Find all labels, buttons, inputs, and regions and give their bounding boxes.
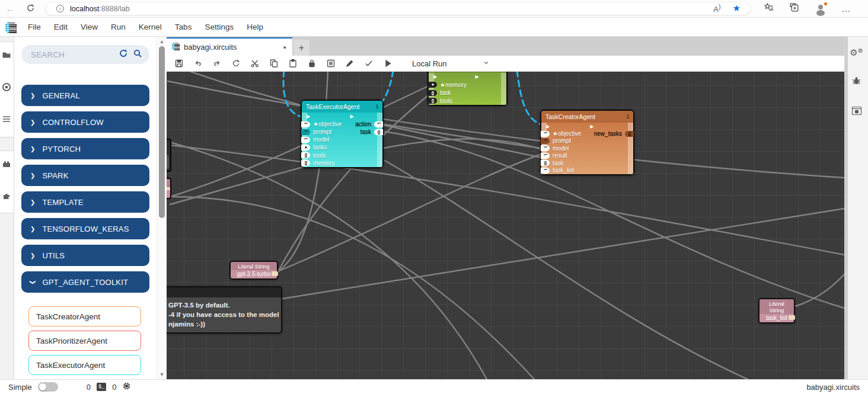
back-button-icon[interactable]: ← xyxy=(0,4,20,14)
list-port-icon[interactable]: [] xyxy=(301,160,310,166)
str-port-icon[interactable]: “” xyxy=(541,138,550,144)
node-comment[interactable]: GPT-3.5 by default.-4 if you have access… xyxy=(167,286,282,334)
in-port-prompt[interactable]: “”prompt xyxy=(541,137,633,145)
log-icon[interactable] xyxy=(326,58,336,69)
out-port-new_tasks[interactable]: new_tasks[] xyxy=(594,130,634,137)
menu-view[interactable]: View xyxy=(74,23,104,31)
category-gpt_agent_toolkit[interactable]: ❯GPT_AGENT_TOOLKIT xyxy=(21,271,149,293)
run-icon[interactable] xyxy=(382,58,393,69)
simple-mode-toggle[interactable] xyxy=(38,382,58,392)
category-general[interactable]: ❯GENERAL xyxy=(21,85,149,106)
category-spark[interactable]: ❯SPARK xyxy=(21,165,149,186)
running-sessions-icon[interactable] xyxy=(2,82,11,94)
menu-tabs[interactable]: Tabs xyxy=(168,23,199,31)
category-pytorch[interactable]: ❯PYTORCH xyxy=(21,138,149,159)
lock-icon[interactable] xyxy=(307,58,317,69)
read-aloud-icon[interactable]: A) xyxy=(713,3,720,14)
component-item-taskexecutoragent[interactable]: TaskExecutorAgent xyxy=(28,355,141,375)
flow-in-icon[interactable]: ▶ xyxy=(433,74,437,79)
table-of-contents-icon[interactable] xyxy=(2,114,11,126)
in-port-tasks[interactable]: ●tasks xyxy=(302,143,382,151)
list-port-icon[interactable]: [] xyxy=(301,152,310,158)
dict-port-icon[interactable]: {} xyxy=(374,129,383,135)
in-port-result[interactable]: “”result xyxy=(541,152,633,159)
new-tab-button[interactable]: + xyxy=(293,40,309,56)
str-port-icon[interactable]: “” xyxy=(541,145,550,151)
dict-port-icon[interactable]: {} xyxy=(541,160,550,166)
save-icon[interactable] xyxy=(174,58,184,69)
flow-out-icon[interactable]: ▶ xyxy=(476,74,479,79)
menu-run[interactable]: Run xyxy=(104,23,132,31)
in-port-tools[interactable]: []tools xyxy=(302,151,382,159)
in-port-flow[interactable]: ▶ xyxy=(541,123,633,130)
node-partial-literal[interactable] xyxy=(167,178,171,199)
browser-more-icon[interactable]: ... xyxy=(842,4,851,14)
tab-actions-icon[interactable] xyxy=(789,2,799,15)
in-port-memory[interactable]: []memory xyxy=(302,159,382,167)
copy-icon[interactable] xyxy=(269,58,279,69)
in-port-task[interactable]: {}task xyxy=(541,159,633,166)
menu-edit[interactable]: Edit xyxy=(47,23,74,31)
in-port-task_list[interactable]: “”task_list xyxy=(541,166,633,174)
out-port[interactable] xyxy=(272,271,278,276)
out-port-action[interactable]: action“” xyxy=(355,120,383,128)
info-icon[interactable]: ℹ xyxy=(376,104,378,110)
flow-out-icon[interactable]: ▶ xyxy=(350,114,354,119)
flow-out-icon[interactable]: ▶ xyxy=(590,124,593,129)
check-icon[interactable] xyxy=(363,58,374,69)
sidebar-scrollbar[interactable]: ▲ ▼ xyxy=(157,37,167,379)
kernel-chip-icon[interactable] xyxy=(122,382,131,393)
unsaved-changes-dot[interactable]: ● xyxy=(283,44,286,50)
info-icon[interactable]: ℹ xyxy=(627,114,629,120)
flow-in-icon[interactable]: ▶ xyxy=(307,114,310,119)
component-item-taskcreatoragent[interactable]: TaskCreatorAgent xyxy=(28,306,141,326)
str-port-icon[interactable]: “” xyxy=(301,121,310,127)
out-port-task[interactable]: task{} xyxy=(360,128,383,136)
in-port-tools[interactable]: []tools xyxy=(429,97,506,105)
str-port-icon[interactable]: “” xyxy=(374,121,383,127)
in-port-task[interactable]: {}task xyxy=(429,89,506,97)
extensions-icon[interactable] xyxy=(2,191,11,203)
undo-icon[interactable] xyxy=(193,58,203,69)
circle-port-icon[interactable]: ● xyxy=(301,145,310,150)
category-controlflow[interactable]: ❯CONTROLFLOW xyxy=(21,111,149,133)
category-tensorflow_keras[interactable]: ❯TENSORFLOW_KERAS xyxy=(21,218,149,239)
node-task-creator-agent[interactable]: TaskCreatorAgent ℹ ▶“”★objective“”prompt… xyxy=(540,110,634,175)
category-template[interactable]: ❯TEMPLATE xyxy=(21,191,149,213)
menu-kernel[interactable]: Kernel xyxy=(132,23,168,31)
flow-in-icon[interactable]: ▶ xyxy=(546,124,550,129)
out-port[interactable] xyxy=(789,315,795,320)
in-port-flow[interactable]: ▶ xyxy=(429,73,506,81)
scroll-up-icon[interactable]: ▲ xyxy=(157,39,167,44)
circle-port-icon[interactable]: ● xyxy=(428,82,437,88)
xircuits-components-icon[interactable] xyxy=(2,159,11,171)
reload-icon[interactable] xyxy=(231,58,241,69)
url-text[interactable]: localhost:8888/lab xyxy=(70,5,130,13)
favorite-star-icon[interactable]: ★ xyxy=(733,3,741,14)
profile-avatar[interactable] xyxy=(815,3,826,15)
in-port-★memory[interactable]: ●★memory xyxy=(429,81,506,89)
node-babyagi-green[interactable]: ℹ ▶●★memory{}task[]tools▶ xyxy=(427,72,508,106)
component-item-taskprioritizeragent[interactable]: TaskPrioritizerAgent xyxy=(28,331,141,351)
node-partial-dark[interactable] xyxy=(167,139,171,172)
scrollbar-thumb[interactable] xyxy=(159,46,165,218)
search-input[interactable]: SEARCH xyxy=(21,45,149,64)
debugger-bug-icon[interactable] xyxy=(851,76,861,88)
address-bar[interactable]: i localhost:8888/lab A) ★ xyxy=(45,2,751,15)
property-inspector-gears-icon[interactable]: ⚙⚙ xyxy=(850,47,863,58)
menu-settings[interactable]: Settings xyxy=(198,23,240,31)
page-info-icon[interactable]: i xyxy=(56,5,64,12)
str-port-icon[interactable]: “” xyxy=(541,168,550,174)
tab-babyagi[interactable]: babyagi.xircuits ● xyxy=(167,37,292,56)
search-icon[interactable] xyxy=(133,49,142,60)
terminal-icon[interactable]: $_ xyxy=(97,383,106,391)
paste-icon[interactable] xyxy=(288,58,298,69)
node-task-executor-agent[interactable]: TaskExecutorAgent ℹ ▶“”★objective“”promp… xyxy=(301,100,384,168)
str-port-icon[interactable]: “” xyxy=(541,131,550,137)
menu-help[interactable]: Help xyxy=(240,23,270,31)
edit-icon[interactable] xyxy=(344,58,355,69)
str-port-icon[interactable]: “” xyxy=(301,137,310,143)
node-literal-string-model[interactable]: Literal String gpt-3.5-turbo xyxy=(229,261,278,280)
scroll-down-icon[interactable]: ▼ xyxy=(157,371,167,377)
run-mode-dropdown[interactable]: Local Run xyxy=(412,58,490,69)
